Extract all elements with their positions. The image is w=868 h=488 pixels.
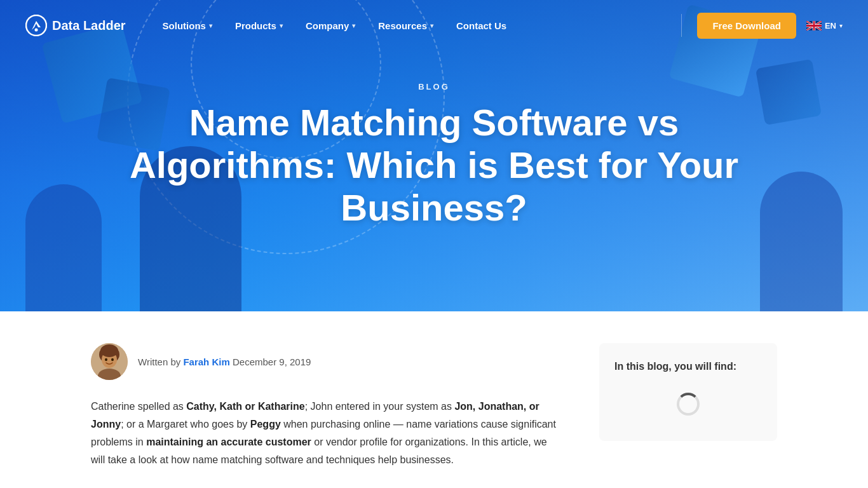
svg-point-6 — [100, 344, 118, 357]
svg-point-8 — [105, 358, 107, 361]
nav-divider — [681, 14, 682, 37]
chevron-down-icon: ▾ — [209, 22, 212, 29]
navbar-right: Free Download EN ▾ — [676, 13, 843, 39]
article-sidebar: In this blog, you will find: — [599, 343, 777, 441]
svg-point-1 — [35, 29, 38, 32]
bold-text-3: Peggy — [250, 419, 281, 430]
lang-label: EN — [825, 21, 836, 30]
nav-item-resources[interactable]: Resources ▾ — [367, 14, 445, 37]
hero-eyebrow: BLOG — [123, 82, 745, 92]
author-row: Written by Farah Kim December 9, 2019 — [91, 343, 561, 380]
chevron-down-icon: ▾ — [352, 22, 355, 29]
nav-item-contact[interactable]: Contact Us — [445, 14, 518, 37]
article-container: Written by Farah Kim December 9, 2019 Ca… — [53, 343, 815, 469]
nav-menu: Solutions ▾ Products ▾ Company ▾ Resourc… — [151, 14, 677, 37]
svg-point-9 — [111, 358, 114, 361]
article-paragraph-1: Catherine spelled as Cathy, Kath or Kath… — [91, 398, 561, 469]
bold-text-1: Cathy, Kath or Katharine — [186, 401, 304, 412]
author-name[interactable]: Farah Kim — [183, 356, 229, 367]
article-section: Written by Farah Kim December 9, 2019 Ca… — [0, 311, 868, 488]
article-body: Catherine spelled as Cathy, Kath or Kath… — [91, 398, 561, 469]
bold-text-2: Jon, Jonathan, or Jonny — [91, 401, 539, 430]
loading-spinner — [614, 385, 762, 423]
navbar: Data Ladder Solutions ▾ Products ▾ Compa… — [0, 0, 868, 51]
free-download-button[interactable]: Free Download — [697, 13, 796, 39]
hero-title: Name Matching Software vs Algorithms: Wh… — [123, 102, 745, 229]
article-main: Written by Farah Kim December 9, 2019 Ca… — [91, 343, 561, 469]
logo-link[interactable]: Data Ladder — [25, 15, 126, 36]
sidebar-box: In this blog, you will find: — [599, 343, 777, 441]
chevron-down-icon: ▾ — [280, 22, 283, 29]
nav-item-solutions[interactable]: Solutions ▾ — [151, 14, 224, 37]
author-avatar-img — [91, 343, 128, 380]
author-prefix: Written by — [138, 356, 180, 367]
chevron-down-icon: ▾ — [430, 22, 433, 29]
logo-icon — [25, 15, 47, 36]
sidebar-title: In this blog, you will find: — [614, 361, 762, 372]
svg-point-0 — [26, 15, 46, 36]
bold-text-4: maintaining an accurate customer — [146, 437, 311, 447]
spinner-icon — [677, 393, 700, 416]
uk-flag-icon — [806, 21, 822, 30]
hero-content: BLOG Name Matching Software vs Algorithm… — [85, 82, 783, 229]
brand-name: Data Ladder — [52, 18, 126, 33]
nav-item-company[interactable]: Company ▾ — [294, 14, 367, 37]
article-date: December 9, 2019 — [233, 356, 311, 367]
language-selector[interactable]: EN ▾ — [806, 21, 843, 30]
nav-item-products[interactable]: Products ▾ — [224, 14, 294, 37]
author-meta: Written by Farah Kim December 9, 2019 — [138, 356, 311, 367]
avatar — [91, 343, 128, 380]
lang-chevron-icon: ▾ — [839, 22, 843, 29]
